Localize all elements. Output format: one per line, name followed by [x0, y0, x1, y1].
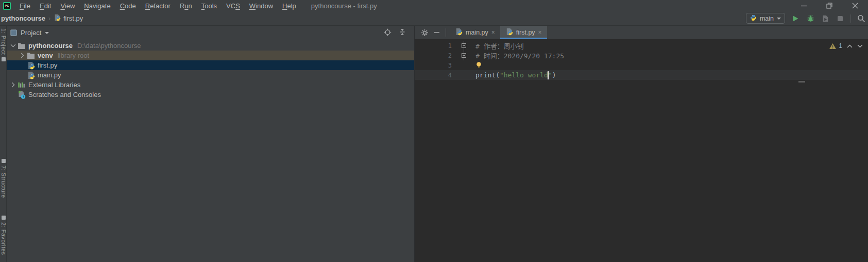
code-text [475, 62, 484, 69]
editor-area: main.py× first.py× 1 1# 作者：周小钊2# 时间：2020… [415, 26, 868, 262]
restore-button[interactable] [816, 0, 842, 11]
scratches-icon [17, 91, 26, 99]
breadcrumb-project[interactable]: pythoncourse [1, 14, 45, 22]
chevron-right-icon[interactable] [9, 81, 17, 89]
run-button[interactable] [791, 14, 800, 23]
tool-stripe-project[interactable]: 1: Project [0, 28, 7, 61]
close-tab-icon[interactable]: × [538, 29, 542, 36]
chevron-right-icon[interactable] [18, 52, 26, 60]
library-icon [17, 81, 26, 89]
stop-button[interactable] [836, 14, 845, 23]
hide-panel-icon[interactable] [432, 26, 441, 39]
breadcrumb-separator-icon: › [48, 15, 50, 22]
window-controls [791, 0, 868, 11]
stripe-label: 7: Structure [1, 166, 7, 198]
tabbar-separator [446, 28, 446, 37]
collapse-all-icon[interactable] [399, 28, 406, 37]
favorites-stripe-icon [2, 216, 6, 220]
tree-item-first-py[interactable]: first.py [7, 60, 414, 70]
search-everywhere-icon[interactable] [857, 14, 866, 23]
run-toolbar: main [746, 13, 867, 24]
run-configuration-select[interactable]: main [746, 13, 785, 24]
menu-view[interactable]: View [56, 2, 79, 10]
run-with-coverage-icon[interactable] [821, 14, 830, 23]
menu-file[interactable]: File [15, 2, 35, 10]
close-button[interactable] [842, 0, 868, 11]
menu-vcs[interactable]: VCS [222, 2, 245, 10]
editor-tabs: main.py× first.py× [450, 26, 547, 39]
tree-item-venv[interactable]: venvlibrary root [7, 51, 414, 60]
close-tab-icon[interactable]: × [491, 29, 495, 36]
project-stripe-icon [2, 57, 6, 61]
line-number: 4 [415, 72, 452, 79]
tree-item-label: External Libraries [28, 81, 80, 89]
project-panel-title[interactable]: Project [10, 29, 49, 37]
gutter-fold-column [452, 60, 475, 70]
menu-refactor[interactable]: Refactor [141, 2, 175, 10]
menu-tools[interactable]: Tools [197, 2, 222, 10]
python-logo-icon [750, 14, 757, 23]
run-configuration-label: main [760, 15, 774, 22]
tree-item-label: venv [38, 52, 53, 59]
tree-indent [18, 61, 26, 70]
python-file-icon [54, 14, 61, 23]
project-tree: pythoncourseD:\data\pythoncoursevenvlibr… [7, 40, 414, 262]
tree-item-label: first.py [38, 61, 57, 69]
tree-item-scratches-and-consoles[interactable]: Scratches and Consoles [7, 90, 414, 100]
python-file-icon [26, 71, 35, 79]
gutter-fold-column [452, 70, 475, 80]
code-line-3[interactable]: 3 [415, 60, 868, 70]
menu-help[interactable]: Help [278, 2, 301, 10]
menu-edit[interactable]: Edit [35, 2, 56, 10]
code-line-2[interactable]: 2# 时间：2020/9/20 17:25 [415, 51, 868, 60]
code-text: print("hello world") [475, 71, 556, 79]
gear-icon[interactable] [420, 26, 429, 39]
code-line-4[interactable]: 4print("hello world") [415, 70, 868, 80]
project-tool-window: Project pythoncourseD:\data\pythoncourse… [7, 26, 415, 262]
tree-item-label: pythoncourse [28, 42, 73, 50]
select-opened-file-icon[interactable] [384, 28, 392, 38]
tool-stripe-structure[interactable]: 7: Structure [0, 159, 7, 198]
title-bar: PC FileEditViewNavigateCodeRefactorRunTo… [0, 0, 868, 11]
analysis-mark [798, 81, 805, 83]
intention-bulb-icon[interactable] [475, 61, 482, 68]
editor-tab-main-py[interactable]: main.py× [450, 26, 500, 39]
code-text: # 作者：周小钊 [475, 41, 524, 51]
code-text: # 时间：2020/9/20 17:25 [475, 51, 564, 60]
tree-item-pythoncourse[interactable]: pythoncourseD:\data\pythoncourse [7, 41, 414, 51]
menu-window[interactable]: Window [245, 2, 278, 10]
menu-navigate[interactable]: Navigate [79, 2, 115, 10]
tree-item-label: main.py [38, 71, 61, 79]
folder-icon [26, 52, 35, 60]
chevron-down-icon[interactable] [9, 42, 17, 50]
fold-marker-icon[interactable] [462, 53, 466, 58]
menu-bar: FileEditViewNavigateCodeRefactorRunTools… [15, 2, 301, 10]
structure-stripe-icon [2, 159, 6, 163]
menu-code[interactable]: Code [115, 2, 141, 10]
python-file-icon [455, 28, 463, 37]
tool-stripe-favorites[interactable]: 2: Favorites [0, 216, 7, 255]
menu-run[interactable]: Run [175, 2, 197, 10]
folder-icon [17, 42, 26, 50]
tree-item-external-libraries[interactable]: External Libraries [7, 80, 414, 90]
minimize-button[interactable] [791, 0, 816, 11]
fold-marker-icon[interactable] [462, 43, 466, 48]
editor-tab-bar: main.py× first.py× [415, 26, 868, 40]
editor-tab-first-py[interactable]: first.py× [500, 26, 547, 39]
line-number: 2 [415, 52, 452, 59]
breadcrumb-file[interactable]: first.py [54, 14, 83, 23]
tab-label: main.py [466, 29, 488, 36]
pycharm-logo-icon: PC [3, 2, 11, 10]
tree-item-hint: library root [58, 52, 89, 59]
tree-item-main-py[interactable]: main.py [7, 70, 414, 80]
gutter-fold-column [452, 41, 475, 51]
code-lines: 1# 作者：周小钊2# 时间：2020/9/20 17:2534print("h… [415, 41, 868, 80]
code-editor[interactable]: 1 1# 作者：周小钊2# 时间：2020/9/20 17:2534print(… [415, 40, 868, 262]
project-view-icon [10, 29, 17, 36]
debug-button[interactable] [806, 14, 815, 23]
code-line-1[interactable]: 1# 作者：周小钊 [415, 41, 868, 51]
tree-indent [18, 71, 26, 79]
tab-label: first.py [516, 29, 535, 36]
project-panel-title-label: Project [21, 29, 41, 37]
chevron-down-icon [45, 32, 49, 34]
